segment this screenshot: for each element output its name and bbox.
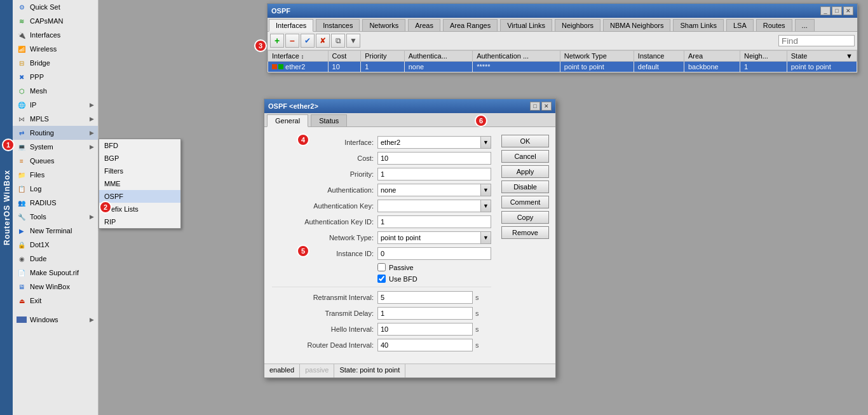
annotation-5: 5 <box>297 245 309 257</box>
ospf-close-button[interactable]: ✕ <box>843 6 853 15</box>
sidebar-label-routing: Routing <box>30 129 90 137</box>
interface-select[interactable]: ether2 ▼ <box>377 136 491 149</box>
sidebar-item-new-winbox[interactable]: 🖥 New WinBox <box>13 280 98 294</box>
dialog-controls: □ ✕ <box>530 102 552 111</box>
ospf-maximize-button[interactable]: □ <box>832 6 842 15</box>
ok-button[interactable]: OK <box>501 135 549 147</box>
sidebar-item-wireless[interactable]: 📶 Wireless <box>13 42 98 56</box>
sidebar-item-dude[interactable]: ◉ Dude <box>13 252 98 266</box>
add-button[interactable]: + <box>270 34 284 48</box>
apply-button[interactable]: Apply <box>501 165 549 178</box>
sidebar-item-mesh[interactable]: ⬡ Mesh <box>13 84 98 98</box>
auth-key-select[interactable]: ▼ <box>377 200 491 212</box>
dialog-close-button[interactable]: ✕ <box>541 102 552 111</box>
sidebar-item-ip[interactable]: 🌐 IP ▶ <box>13 98 98 112</box>
sidebar-item-system[interactable]: 💻 System ▶ <box>13 140 98 154</box>
sidebar-label-windows: Windows <box>30 316 90 323</box>
network-type-label: Network Type: <box>272 234 374 242</box>
sidebar-item-log[interactable]: 📋 Log <box>13 182 98 196</box>
tab-sham-links[interactable]: Sham Links <box>673 19 723 31</box>
remove-button[interactable]: Remove <box>501 226 549 239</box>
comment-button[interactable]: Comment <box>501 196 549 208</box>
sidebar-item-mpls[interactable]: ⋈ MPLS ▶ <box>13 112 98 126</box>
submenu-item-rip[interactable]: RIP <box>99 215 180 228</box>
tab-neighbors[interactable]: Neighbors <box>555 19 600 31</box>
tab-routes[interactable]: Routes <box>756 19 792 31</box>
disable-button[interactable]: Disable <box>501 180 549 193</box>
authentication-select[interactable]: none ▼ <box>377 184 491 196</box>
sidebar-item-interfaces[interactable]: 🔌 Interfaces <box>13 28 98 42</box>
sidebar-item-exit[interactable]: ⏏ Exit <box>13 294 98 308</box>
submenu-item-mme[interactable]: MME <box>99 177 180 190</box>
use-bfd-checkbox[interactable] <box>377 275 386 283</box>
sidebar-item-capsman[interactable]: ≋ CAPsMAN <box>13 14 98 28</box>
remove-button[interactable]: – <box>285 34 299 48</box>
authentication-dropdown-arrow[interactable]: ▼ <box>480 184 491 196</box>
submenu-label-mme: MME <box>104 180 121 187</box>
router-dead-input[interactable] <box>377 339 473 351</box>
priority-label: Priority: <box>272 170 374 178</box>
hello-interval-input[interactable] <box>377 323 473 336</box>
tab-areas[interactable]: Areas <box>408 19 440 31</box>
filter-button[interactable]: ▼ <box>346 34 360 48</box>
sidebar-item-ppp[interactable]: ✖ PPP <box>13 70 98 84</box>
tab-nbma-neighbors[interactable]: NBMA Neighbors <box>603 19 670 31</box>
sidebar-label-new-terminal: New Terminal <box>30 227 94 235</box>
priority-input[interactable] <box>377 168 491 180</box>
sidebar-item-bridge[interactable]: ⊟ Bridge <box>13 56 98 70</box>
table-row[interactable]: ether2 10 1 none ***** point to point de… <box>268 62 857 72</box>
interfaces-icon: 🔌 <box>17 30 27 40</box>
retransmit-input[interactable] <box>377 291 473 304</box>
transmit-delay-unit: s <box>475 310 479 317</box>
col-auth-key: Authentication ... <box>473 51 560 62</box>
find-input[interactable] <box>778 35 855 46</box>
network-type-select[interactable]: point to point ▼ <box>377 231 491 244</box>
sidebar-item-files[interactable]: 📁 Files <box>13 168 98 182</box>
sidebar-item-dot1x[interactable]: 🔒 Dot1X <box>13 238 98 252</box>
network-type-dropdown-arrow[interactable]: ▼ <box>480 232 491 243</box>
sidebar-label-interfaces: Interfaces <box>30 31 94 39</box>
instance-id-input[interactable] <box>377 247 491 260</box>
sidebar-item-tools[interactable]: 🔧 Tools ▶ <box>13 210 98 224</box>
passive-checkbox[interactable] <box>377 263 386 271</box>
auth-key-dropdown-arrow[interactable]: ▼ <box>480 200 491 212</box>
tab-virtual-links[interactable]: Virtual Links <box>500 19 552 31</box>
submenu-item-bfd[interactable]: BFD <box>99 139 180 152</box>
submenu-item-filters[interactable]: Filters <box>99 165 180 177</box>
ospf-minimize-button[interactable]: _ <box>820 6 831 15</box>
copy-action-button[interactable]: Copy <box>501 211 549 224</box>
annotation-6: 6 <box>475 114 487 127</box>
submenu-item-bgp[interactable]: BGP <box>99 152 180 165</box>
sidebar-item-windows[interactable]: Windows ▶ <box>13 314 98 325</box>
submenu-item-ospf[interactable]: OSPF <box>99 190 180 203</box>
sidebar-item-queues[interactable]: ≡ Queues <box>13 154 98 168</box>
form-row-use-bfd: Use BFD <box>272 275 491 283</box>
sidebar-item-routing[interactable]: ⇄ Routing ▶ <box>13 126 98 140</box>
sidebar-item-radius[interactable]: 👥 RADIUS <box>13 196 98 210</box>
dialog-tab-status[interactable]: Status <box>311 114 347 126</box>
sidebar-item-quick-set[interactable]: ⚙ Quick Set <box>13 0 98 14</box>
tab-more[interactable]: ... <box>795 19 815 31</box>
system-arrow: ▶ <box>90 144 94 150</box>
copy-button[interactable]: ⧉ <box>331 34 345 48</box>
tab-instances[interactable]: Instances <box>316 19 360 31</box>
cost-input[interactable] <box>377 152 491 165</box>
cancel-button[interactable]: Cancel <box>501 150 549 163</box>
retransmit-unit: s <box>475 294 479 301</box>
tab-area-ranges[interactable]: Area Ranges <box>443 19 498 31</box>
disable-button[interactable]: ✘ <box>316 34 330 48</box>
tab-interfaces[interactable]: Interfaces <box>269 19 313 32</box>
sidebar-item-new-terminal[interactable]: ▶ New Terminal <box>13 224 98 238</box>
dialog-restore-button[interactable]: □ <box>530 102 540 111</box>
interface-dropdown-arrow[interactable]: ▼ <box>480 137 491 148</box>
transmit-delay-input[interactable] <box>377 307 473 320</box>
sidebar-item-make-supout[interactable]: 📄 Make Supout.rif <box>13 266 98 280</box>
dialog-tab-general[interactable]: General <box>267 114 308 127</box>
auth-key-id-input[interactable] <box>377 215 491 228</box>
tab-lsa[interactable]: LSA <box>726 19 754 31</box>
enable-button[interactable]: ✔ <box>301 34 315 48</box>
tab-networks[interactable]: Networks <box>362 19 405 31</box>
form-row-passive: Passive <box>272 263 491 271</box>
sidebar-label-quick-set: Quick Set <box>30 3 94 11</box>
col-network-type: Network Type <box>560 51 634 62</box>
